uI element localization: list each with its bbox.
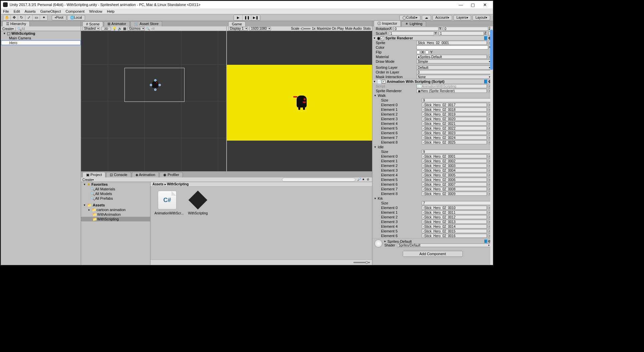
array-element-idle-2[interactable]: ▫Stick_Hero_02_0003 (422, 164, 487, 168)
scene-search[interactable]: All (151, 27, 154, 30)
scale-tool[interactable]: ⤢ (25, 15, 33, 20)
foldout-arrow-icon[interactable]: ▾ (4, 32, 7, 35)
handle-top[interactable] (154, 79, 156, 81)
array-element-idle-3[interactable]: ▫Stick_Hero_02_0004 (422, 168, 487, 172)
rotation-y[interactable] (443, 27, 488, 31)
array-foldout-walk[interactable]: ▾Walk (372, 93, 493, 98)
order-field[interactable] (416, 70, 492, 74)
animator-tab[interactable]: ⊞ Animator (104, 21, 129, 26)
asset-script[interactable]: C# AnimationWithScr... (154, 191, 180, 215)
handle-left[interactable] (150, 84, 152, 86)
array-element-walk-6[interactable]: ▫Stick_Hero_02_0023 (422, 131, 487, 135)
array-element-kik-1[interactable]: ▫Stick_Hero_02_0011 (422, 210, 487, 214)
lighting-tab[interactable]: ☀ Lighting (401, 21, 426, 26)
add-component-button[interactable]: Add Component (403, 251, 463, 257)
handle-right[interactable] (158, 84, 161, 86)
array-foldout-kik[interactable]: ▾Kik (372, 196, 493, 201)
array-element-kik-6[interactable]: ▫Stick_Hero_02_0016 (422, 234, 487, 238)
hierarchy-item-hero[interactable]: Hero (1, 40, 81, 45)
pause-button[interactable]: ❚❚ (243, 15, 251, 20)
minimize-button[interactable]: — (455, 1, 467, 8)
menu-help[interactable]: Help (107, 9, 114, 13)
array-element-kik-3[interactable]: ▫Stick_Hero_02_0013 (422, 220, 487, 224)
array-element-walk-4[interactable]: ▫Stick_Hero_02_0021 (422, 122, 487, 126)
array-element-idle-4[interactable]: ▫Stick_Hero_02_0005 (422, 173, 487, 177)
menu-component[interactable]: Component (65, 9, 84, 13)
array-size-kik[interactable] (422, 201, 492, 205)
asset-store-tab[interactable]: 🛒 Asset Store (130, 21, 162, 26)
fav-models[interactable]: 🔍All Models (81, 191, 150, 196)
layout-dropdown[interactable]: Layout ▾ (472, 15, 490, 20)
handle-bottom[interactable] (154, 89, 156, 91)
array-element-idle-1[interactable]: ▫Stick_Hero_02_0002 (422, 159, 487, 163)
display-dropdown[interactable]: Display 1 (228, 27, 248, 31)
breadcrumb-assets[interactable]: Assets (152, 182, 164, 186)
array-element-idle-8[interactable]: ▫Stick_Hero_02_0009 (422, 192, 487, 196)
rotate-tool[interactable]: ↻ (18, 15, 25, 20)
rect-tool[interactable]: ▭ (33, 15, 40, 20)
array-element-kik-5[interactable]: ▫Stick_Hero_02_0015 (422, 229, 487, 233)
folder-cartoon[interactable]: ▸📁cartoon animation (81, 207, 150, 212)
material-field[interactable]: ●Sprites-Default (416, 55, 487, 59)
sprite-renderer-ref[interactable]: ◉Hero (Sprite Renderer) (416, 89, 487, 93)
asset-size-slider[interactable] (353, 262, 370, 263)
fav-materials[interactable]: 🔍All Materials (81, 187, 150, 191)
mask-dropdown[interactable]: None (416, 75, 492, 79)
help-icon[interactable]: 📘 (484, 36, 488, 40)
shading-dropdown[interactable]: Shaded (82, 27, 100, 31)
array-element-walk-5[interactable]: ▫Stick_Hero_02_0022 (422, 126, 487, 130)
array-size-idle[interactable] (422, 150, 492, 154)
close-button[interactable]: ✕ (479, 1, 491, 8)
cloud-button[interactable]: ☁ (422, 15, 431, 20)
project-search[interactable] (282, 178, 355, 182)
array-element-walk-8[interactable]: ▫Stick_Hero_02_0025 (422, 140, 487, 144)
asset-scene[interactable]: WithScripting (185, 191, 211, 215)
resolution-dropdown[interactable]: 1920:1080 (249, 27, 271, 31)
array-element-walk-2[interactable]: ▫Stick_Hero_02_0019 (422, 112, 487, 116)
script-component-header[interactable]: ▾📄✓Animation With Scripting (Script) 📘⚙ (372, 79, 493, 84)
array-element-walk-1[interactable]: ▫Stick_Hero_02_0018 (422, 108, 487, 112)
array-element-kik-4[interactable]: ▫Stick_Hero_02_0014 (422, 224, 487, 228)
menu-gameobject[interactable]: GameObject (40, 9, 61, 13)
mute-toggle[interactable]: Mute Audio (345, 27, 362, 30)
sorting-layer-dropdown[interactable]: Default (416, 65, 492, 69)
breadcrumb-folder[interactable]: WithScripting (167, 182, 189, 186)
array-element-walk-7[interactable]: ▫Stick_Hero_02_0024 (422, 136, 487, 140)
maximize-button[interactable]: ▢ (467, 1, 479, 8)
folder-withscripting[interactable]: 📁WithScripting (81, 217, 150, 221)
help-icon[interactable]: 📘 (484, 79, 488, 84)
fav-prefabs[interactable]: 🔍All Prefabs (81, 196, 150, 201)
array-size-walk[interactable] (422, 98, 492, 102)
menu-file[interactable]: File (3, 9, 9, 13)
inspector-tab[interactable]: ⓘ Inspector (374, 20, 401, 26)
sprite-field[interactable]: Stick_Hero_02_0001 (416, 41, 487, 45)
hidden-icon[interactable]: ⊘ (367, 178, 371, 182)
shader-dropdown[interactable]: Sprites/Default (397, 243, 491, 247)
array-element-idle-5[interactable]: ▫Stick_Hero_02_0006 (422, 178, 487, 182)
project-create[interactable]: Create (82, 178, 92, 182)
inspector-scrollbar[interactable] (490, 26, 493, 265)
profiler-tab[interactable]: ◉ Profiler (159, 172, 183, 177)
drawmode-dropdown[interactable]: Simple (416, 59, 492, 63)
game-tab[interactable]: Game (228, 21, 246, 26)
array-element-idle-7[interactable]: ▫Stick_Hero_02_0008 (422, 187, 487, 191)
hierarchy-item-camera[interactable]: Main Camera (1, 36, 81, 40)
material-name[interactable]: Sprites-Default (387, 239, 412, 243)
menu-window[interactable]: Window (89, 9, 102, 13)
color-field[interactable] (416, 45, 488, 49)
array-element-walk-0[interactable]: ▫Stick_Hero_02_0017 (422, 103, 487, 107)
array-foldout-idle[interactable]: ▾Idle (372, 145, 493, 149)
animation-tab[interactable]: ◈ Animation (132, 172, 159, 177)
favorite-icon[interactable]: ★ (362, 178, 366, 182)
favorites-row[interactable]: ▾★ Favorites (81, 182, 150, 187)
scale-y[interactable] (439, 31, 484, 35)
hero-sprite-scene[interactable] (152, 81, 158, 88)
scene-tab[interactable]: # Scene (82, 21, 103, 26)
2d-toggle[interactable]: 2D (101, 27, 111, 31)
audio-icon[interactable]: 🔊 (118, 27, 122, 30)
transform-tool[interactable]: ✦ (40, 15, 47, 20)
hierarchy-scene-row[interactable]: ▾ ⬚ WithScripting (1, 31, 81, 36)
array-element-kik-0[interactable]: ▫Stick_Hero_02_0010 (422, 206, 487, 210)
flip-y[interactable] (425, 50, 429, 54)
console-tab[interactable]: ⊡ Console (106, 172, 131, 177)
